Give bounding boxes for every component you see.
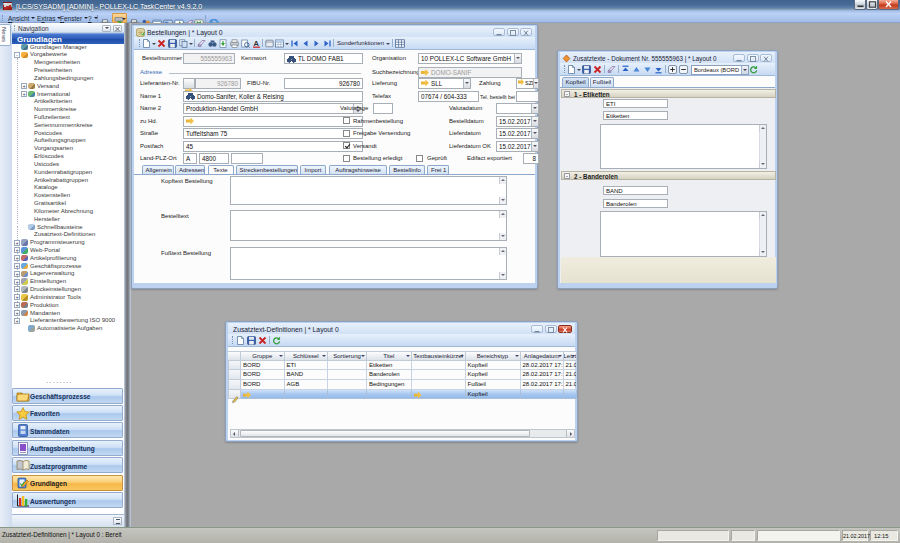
svg-text:A: A: [253, 39, 259, 48]
